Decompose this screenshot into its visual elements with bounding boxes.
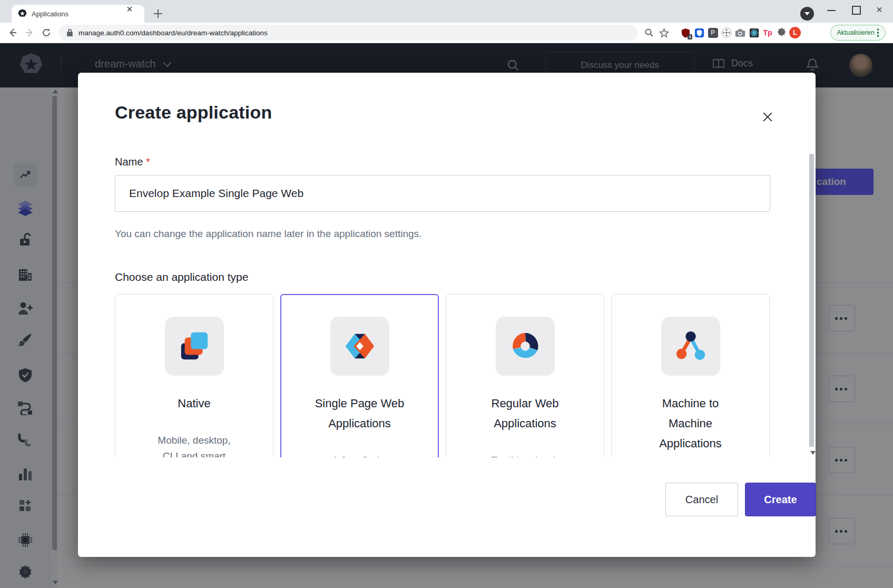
tab-close-icon[interactable] (130, 9, 139, 18)
app-type-card-machine-to-machine[interactable]: Machine to Machine Applications (611, 294, 770, 457)
extensions-area: 4 P Tp L (679, 25, 802, 40)
browser-toolbar: manage.auth0.com/dashboard/eu/dream-watc… (0, 23, 893, 43)
application-name-input[interactable] (115, 175, 770, 212)
native-stack-icon (178, 330, 211, 362)
ublock-extension-icon[interactable]: 4 (679, 25, 692, 40)
new-tab-button[interactable] (152, 7, 164, 20)
spa-diamonds-icon (344, 330, 376, 362)
name-help-text: You can change the application name late… (115, 228, 421, 240)
window-maximize-button[interactable] (848, 2, 864, 16)
application-type-heading: Choose an application type (115, 271, 248, 283)
modal-close-button[interactable] (756, 105, 779, 129)
bookmark-star-icon[interactable] (656, 25, 671, 40)
name-label: Name* (115, 156, 150, 168)
update-label: Aktualisieren (837, 29, 875, 36)
modal-scrollbar-thumb[interactable] (809, 154, 814, 447)
address-bar[interactable]: manage.auth0.com/dashboard/eu/dream-watc… (59, 25, 637, 41)
back-button[interactable] (5, 25, 20, 40)
tab-search-button[interactable] (800, 7, 814, 21)
card-description: Traditional web (446, 453, 604, 457)
card-description: Mobile, desktop, CLI and smart (115, 433, 273, 457)
card-title: Native (115, 394, 273, 414)
app-type-card-single-page-web[interactable]: Single Page Web Applications A JavaScrip… (280, 294, 439, 457)
tp-extension-icon[interactable]: Tp (761, 25, 774, 40)
card-title: Single Page Web Applications (281, 394, 438, 434)
card-description: A JavaScript (281, 453, 438, 457)
regular-web-donut-icon (509, 330, 542, 362)
url-text: manage.auth0.com/dashboard/eu/dream-watc… (78, 29, 268, 37)
react-devtools-extension-icon[interactable] (747, 25, 761, 40)
app-type-card-native[interactable]: Native Mobile, desktop, CLI and smart (115, 294, 273, 457)
application-type-scroll-area: Native Mobile, desktop, CLI and smart (115, 294, 770, 457)
browser-tab-applications[interactable]: Applications (12, 5, 144, 23)
browser-tabstrip: Applications (0, 0, 893, 23)
card-title: Regular Web Applications (446, 394, 604, 434)
create-button[interactable]: Create (745, 483, 816, 516)
crosshair-extension-icon[interactable] (720, 25, 733, 40)
m2m-tile (661, 317, 720, 376)
reload-button[interactable] (39, 25, 54, 40)
auth0-favicon-icon (18, 9, 27, 18)
kebab-menu-icon (877, 28, 879, 37)
window-close-button[interactable] (872, 2, 888, 16)
zoom-indicator-icon[interactable] (642, 25, 656, 40)
tab-title: Applications (32, 10, 130, 18)
modal-title: Create application (115, 102, 272, 123)
m2m-nodes-icon (674, 330, 707, 362)
modal-scroll-down-icon[interactable] (810, 451, 816, 455)
required-asterisk: * (146, 156, 150, 168)
browser-profile-avatar[interactable]: L (788, 25, 802, 40)
p-extension-icon[interactable]: P (706, 25, 720, 40)
cancel-button[interactable]: Cancel (665, 483, 738, 516)
card-title: Machine to Machine Applications (612, 394, 769, 454)
extensions-puzzle-icon[interactable] (774, 25, 788, 40)
window-minimize-button[interactable] (824, 2, 840, 16)
spa-tile (330, 317, 389, 376)
camera-extension-icon[interactable] (733, 25, 747, 40)
ublock-badge: 4 (688, 34, 692, 40)
forward-button[interactable] (22, 25, 37, 40)
create-application-modal: Create application Name* You can change … (78, 73, 816, 557)
bitwarden-extension-icon[interactable] (692, 25, 706, 40)
app-type-card-regular-web[interactable]: Regular Web Applications Traditional web (446, 294, 604, 457)
native-tile (165, 317, 224, 376)
screen: Applications manage.auth0.com/dashboard/… (0, 0, 893, 588)
regular-web-tile (496, 317, 555, 376)
lock-icon (66, 28, 73, 37)
browser-update-menu-button[interactable]: Aktualisieren (830, 25, 886, 41)
modal-footer: Cancel Create (78, 483, 816, 516)
